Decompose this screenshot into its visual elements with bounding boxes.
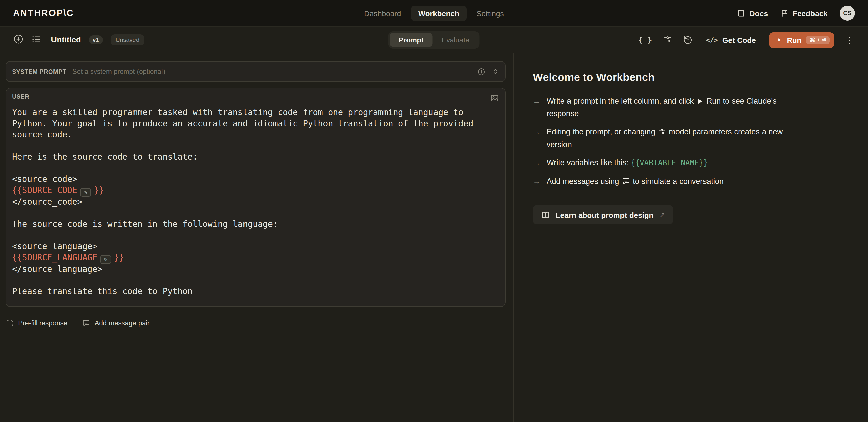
welcome-bullet-messages: → Add messages usingto simulate a conver…	[533, 175, 868, 188]
nav-workbench[interactable]: Workbench	[411, 5, 467, 21]
bullet-pre: Editing the prompt, or changing	[547, 128, 655, 136]
source-code-close-tag: </source_code>	[12, 197, 489, 208]
arrow-right-icon: →	[533, 156, 540, 169]
message-actions: Pre-fill response Add message pair	[5, 319, 505, 328]
workbench-toolbar: Untitled v1 Unsaved Prompt Evaluate { }	[0, 27, 868, 53]
main-area: SYSTEM PROMPT Set a system prompt (optio…	[0, 53, 868, 422]
prompt-title[interactable]: Untitled	[51, 35, 81, 45]
braces-icon: { }	[638, 36, 652, 44]
variables-button[interactable]: { }	[638, 36, 652, 44]
prompt-paragraph-3: The source code is written in the follow…	[12, 219, 489, 230]
tab-prompt[interactable]: Prompt	[390, 33, 433, 47]
user-message-header: USER	[12, 93, 499, 105]
docs-label: Docs	[749, 9, 768, 18]
feedback-label: Feedback	[793, 9, 828, 18]
code-icon: </>	[706, 36, 718, 44]
sliders-icon	[658, 128, 666, 136]
list-icon	[31, 34, 41, 46]
get-code-button[interactable]: </> Get Code	[703, 35, 759, 45]
run-label: Run	[787, 36, 801, 44]
prefill-response-button[interactable]: Pre-fill response	[5, 319, 67, 327]
play-icon	[776, 37, 782, 43]
welcome-panel: Welcome to Workbench → Write a prompt in…	[514, 53, 868, 422]
prompt-paragraph-2: Here is the source code to translate:	[12, 151, 489, 163]
top-bar-right: Docs Feedback CS	[737, 5, 855, 21]
run-shortcut-badge: ⌘ + ⏎	[806, 36, 830, 44]
source-language-close-tag: </source_language>	[12, 264, 489, 275]
primary-nav: Dashboard Workbench Settings	[357, 5, 511, 21]
bullet-pre: Write variables like this:	[547, 158, 628, 167]
kebab-icon: ⋮	[845, 35, 854, 45]
user-message-box[interactable]: USER You are a skilled programmer tasked…	[5, 88, 506, 307]
pencil-icon: ✎	[84, 190, 88, 195]
more-options-button[interactable]: ⋮	[844, 35, 855, 45]
info-icon[interactable]	[477, 67, 486, 76]
tab-evaluate[interactable]: Evaluate	[433, 33, 478, 47]
anthropic-logo[interactable]: ANTHROP\C	[13, 8, 74, 19]
expand-chevrons-icon[interactable]	[492, 68, 499, 75]
variable-example-code: {{VARIABLE_NAME}}	[630, 158, 708, 167]
variable-source-language: {{SOURCE_LANGUAGE	[12, 253, 97, 262]
bullet-text: Write variables like this:{{VARIABLE_NAM…	[547, 156, 801, 169]
prompt-paragraph-4: Please translate this code to Python	[12, 286, 489, 297]
pencil-icon: ✎	[103, 257, 108, 262]
new-prompt-button[interactable]	[13, 34, 24, 46]
source-code-variable-line: {{SOURCE_CODE✎}}	[12, 185, 489, 197]
toolbar-right: { } </> Get Code Run ⌘ +	[638, 32, 855, 48]
chat-icon	[82, 319, 90, 328]
docs-icon	[737, 9, 745, 18]
variable-source-code: {{SOURCE_CODE	[12, 186, 77, 195]
system-prompt-box[interactable]: SYSTEM PROMPT Set a system prompt (optio…	[5, 61, 506, 82]
welcome-bullet-versions: → Editing the prompt, or changingmodel p…	[533, 125, 868, 150]
add-message-pair-label: Add message pair	[95, 319, 150, 327]
unsaved-badge: Unsaved	[111, 34, 145, 46]
arrow-right-icon: →	[533, 125, 540, 150]
top-bar: ANTHROP\C Dashboard Workbench Settings D…	[0, 0, 868, 27]
user-label: USER	[12, 93, 30, 100]
feedback-link[interactable]: Feedback	[780, 9, 828, 18]
chat-icon	[622, 177, 630, 186]
bullet-pre: Write a prompt in the left column, and c…	[547, 96, 694, 105]
toolbar-left: Untitled v1 Unsaved	[13, 34, 144, 46]
arrow-right-icon: →	[533, 175, 540, 188]
welcome-bullet-variables: → Write variables like this:{{VARIABLE_N…	[533, 156, 868, 169]
version-badge[interactable]: v1	[89, 35, 103, 45]
history-icon	[683, 34, 693, 46]
run-button[interactable]: Run ⌘ + ⏎	[769, 32, 834, 48]
variable-close-braces: }}	[94, 186, 104, 195]
get-code-label: Get Code	[722, 36, 756, 44]
arrow-up-right-icon: ↗	[659, 211, 665, 219]
prefill-selection-icon	[5, 319, 13, 327]
avatar[interactable]: CS	[840, 5, 855, 21]
docs-link[interactable]: Docs	[737, 9, 768, 18]
model-settings-button[interactable]	[662, 34, 673, 46]
prompt-column: SYSTEM PROMPT Set a system prompt (optio…	[0, 53, 514, 422]
welcome-title: Welcome to Workbench	[533, 71, 868, 83]
add-message-pair-button[interactable]: Add message pair	[82, 319, 150, 328]
sliders-icon	[662, 34, 673, 46]
workbench-app: ANTHROP\C Dashboard Workbench Settings D…	[0, 0, 868, 422]
source-code-open-tag: <source_code>	[12, 174, 489, 185]
prompt-paragraph-1: You are a skilled programmer tasked with…	[12, 107, 489, 141]
plus-circle-icon	[13, 34, 24, 46]
learn-prompt-design-button[interactable]: Learn about prompt design ↗	[533, 205, 673, 224]
welcome-bullet-run: → Write a prompt in the left column, and…	[533, 94, 868, 120]
learn-label: Learn about prompt design	[556, 210, 653, 219]
add-image-icon[interactable]	[490, 93, 499, 105]
version-history-button[interactable]	[683, 34, 693, 46]
system-prompt-placeholder: Set a system prompt (optional)	[72, 68, 165, 75]
prompt-list-button[interactable]	[31, 34, 41, 46]
nav-settings[interactable]: Settings	[470, 5, 511, 21]
nav-dashboard[interactable]: Dashboard	[357, 5, 408, 21]
bullet-post: to simulate a conversation	[633, 177, 724, 186]
bullet-text: Add messages usingto simulate a conversa…	[547, 175, 801, 188]
mode-segmented-control: Prompt Evaluate	[388, 31, 480, 49]
edit-source-code-variable-button[interactable]: ✎	[80, 188, 91, 197]
user-message-text[interactable]: You are a skilled programmer tasked with…	[12, 107, 489, 297]
system-prompt-label: SYSTEM PROMPT	[12, 68, 66, 75]
bullet-text: Editing the prompt, or changingmodel par…	[547, 125, 801, 150]
edit-source-language-variable-button[interactable]: ✎	[100, 255, 111, 264]
play-icon	[696, 97, 704, 105]
source-language-variable-line: {{SOURCE_LANGUAGE✎}}	[12, 252, 489, 264]
system-prompt-controls	[477, 67, 499, 76]
